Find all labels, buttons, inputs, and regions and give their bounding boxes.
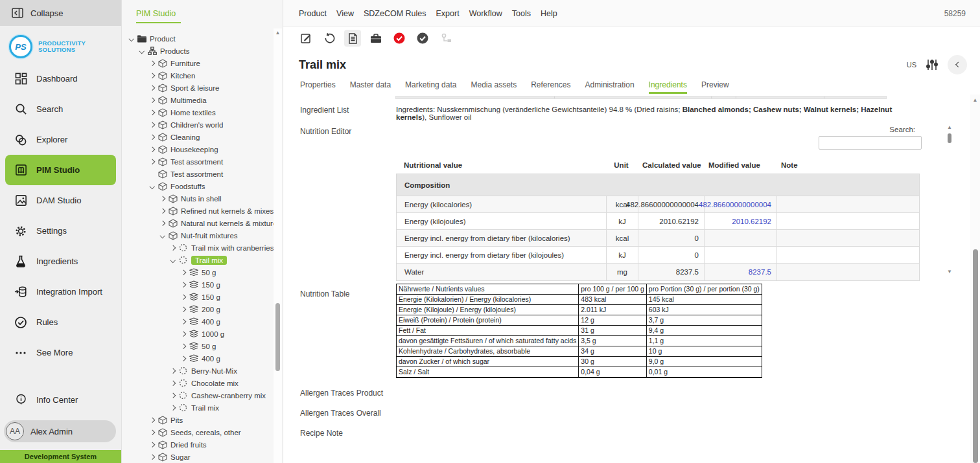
tree-node-chocolate-mix[interactable]: Chocolate mix bbox=[122, 377, 283, 389]
tree-scroll-up-icon[interactable]: ▲ bbox=[274, 30, 282, 36]
editor-scrollbar[interactable]: ▲ ▼ bbox=[946, 124, 953, 275]
cell-modified-value[interactable]: 2010.62192 bbox=[704, 213, 776, 229]
hierarchy-disabled-icon[interactable] bbox=[438, 30, 454, 47]
tree-expander[interactable] bbox=[179, 283, 188, 287]
tree-node-trail-mix[interactable]: Trail mix bbox=[122, 254, 283, 266]
tab-properties[interactable]: Properties bbox=[300, 80, 336, 92]
sidebar-item-see-more[interactable]: See More bbox=[0, 337, 121, 368]
tree-node-nut-fruit-mixtures[interactable]: Nut-fruit mixtures bbox=[122, 229, 283, 242]
sidebar-item-explorer[interactable]: Explorer bbox=[0, 124, 121, 155]
tab-master-data[interactable]: Master data bbox=[350, 80, 391, 92]
refresh-icon[interactable] bbox=[321, 30, 338, 47]
tree-node-50-g[interactable]: 50 g bbox=[122, 266, 283, 278]
tree-expander[interactable] bbox=[148, 431, 157, 435]
tree-expander[interactable] bbox=[137, 49, 146, 53]
sidebar-item-integration-import[interactable]: Integration Import bbox=[0, 277, 121, 307]
tree-expander[interactable] bbox=[148, 86, 157, 90]
tree-expander[interactable] bbox=[148, 160, 157, 164]
tree-node-sugar[interactable]: Sugar bbox=[122, 451, 283, 463]
sliders-icon[interactable] bbox=[926, 58, 939, 71]
sidebar-item-ingredients[interactable]: Ingredients bbox=[0, 246, 121, 277]
sidebar-item-dashboard[interactable]: Dashboard bbox=[0, 63, 121, 94]
tree-node-home-textiles[interactable]: Home textiles bbox=[122, 106, 283, 119]
tree-expander[interactable] bbox=[148, 185, 157, 188]
tree-node-dried-fruits[interactable]: Dried fruits bbox=[122, 438, 283, 451]
tree-expander[interactable] bbox=[127, 37, 136, 41]
approved-red-icon[interactable] bbox=[391, 30, 408, 47]
group-row-composition[interactable]: Composition bbox=[397, 174, 919, 196]
tree-expander[interactable] bbox=[179, 344, 188, 348]
sidebar-item-settings[interactable]: Settings bbox=[0, 216, 121, 246]
tree-expander[interactable] bbox=[158, 234, 167, 238]
locale-label[interactable]: US bbox=[907, 61, 916, 69]
tree-expander[interactable] bbox=[148, 443, 157, 447]
tree-expander[interactable] bbox=[169, 246, 178, 250]
tab-ingredients[interactable]: Ingredients bbox=[649, 80, 687, 94]
tree-expander[interactable] bbox=[179, 320, 188, 324]
menu-item-product[interactable]: Product bbox=[299, 9, 327, 18]
menu-item-tools[interactable]: Tools bbox=[512, 9, 531, 18]
tree-expander[interactable] bbox=[148, 62, 157, 65]
tree-node-cashew-cranberry-mix[interactable]: Cashew-cranberry mix bbox=[122, 389, 283, 401]
tree-node-foodstuffs[interactable]: Foodstuffs bbox=[122, 180, 283, 192]
tree-node-pits[interactable]: Pits bbox=[122, 414, 283, 426]
tree-expander[interactable] bbox=[169, 369, 178, 373]
cell-note[interactable] bbox=[776, 213, 919, 229]
tree-node-refined-nut-kernels-mixes[interactable]: Refined nut kernels & mixes bbox=[122, 205, 283, 217]
tree-expander[interactable] bbox=[148, 455, 157, 459]
tab-references[interactable]: References bbox=[531, 80, 570, 92]
tree-expander[interactable] bbox=[148, 74, 157, 78]
tree-node-berry-nut-mix[interactable]: Berry-Nut-Mix bbox=[122, 365, 283, 377]
tree-node-50-g[interactable]: 50 g bbox=[122, 340, 283, 352]
tree-expander[interactable] bbox=[148, 111, 157, 115]
menu-item-help[interactable]: Help bbox=[541, 9, 557, 18]
tree-node-kitchen[interactable]: Kitchen bbox=[122, 69, 283, 82]
tree-node-cleaning[interactable]: Cleaning bbox=[122, 131, 283, 143]
cell-note[interactable] bbox=[776, 196, 919, 212]
menu-item-workflow[interactable]: Workflow bbox=[469, 9, 502, 18]
tree-node-test-assortment[interactable]: Test assortment bbox=[122, 155, 283, 168]
tree-expander[interactable] bbox=[169, 258, 178, 262]
collapse-detail-button[interactable] bbox=[948, 55, 967, 74]
tree-node-trail-mix[interactable]: Trail mix bbox=[122, 401, 283, 414]
tree-node-housekeeping[interactable]: Housekeeping bbox=[122, 143, 283, 155]
page-scrollbar[interactable]: ▲ bbox=[970, 95, 980, 463]
tree-expander[interactable] bbox=[179, 271, 188, 275]
tree-expander[interactable] bbox=[179, 295, 188, 299]
menu-item-sdzecom-rules[interactable]: SDZeCOM Rules bbox=[364, 9, 426, 18]
tree-node-furniture[interactable]: Furniture bbox=[122, 57, 283, 69]
cell-modified-value[interactable]: 8237.5 bbox=[704, 264, 776, 280]
sidebar-item-pim-studio[interactable]: PIM Studio bbox=[5, 155, 116, 185]
cell-modified-value[interactable] bbox=[704, 230, 776, 246]
tab-administration[interactable]: Administration bbox=[585, 80, 635, 92]
sidebar-item-rules[interactable]: Rules bbox=[0, 307, 121, 337]
editor-scroll-thumb[interactable] bbox=[948, 133, 951, 143]
tree-expander[interactable] bbox=[179, 332, 188, 336]
tab-marketing-data[interactable]: Marketing data bbox=[405, 80, 456, 92]
tree-node-200-g[interactable]: 200 g bbox=[122, 303, 283, 315]
editor-scroll-up-icon[interactable]: ▲ bbox=[946, 124, 953, 130]
sidebar-item-search[interactable]: Search bbox=[0, 94, 121, 124]
tree-node-1000-g[interactable]: 1000 g bbox=[122, 328, 283, 340]
page-scroll-up-icon[interactable]: ▲ bbox=[970, 97, 980, 103]
tree-expander[interactable] bbox=[179, 357, 188, 361]
sidebar-item-dam-studio[interactable]: DAM Studio bbox=[0, 185, 121, 216]
tree-node-trail-mix-with-cranberries[interactable]: Trail mix with cranberries bbox=[122, 242, 283, 254]
tree-node-natural-nut-kernels-mixtures[interactable]: Natural nut kernels & mixtures bbox=[122, 217, 283, 229]
tree-node-products[interactable]: Products bbox=[122, 45, 283, 57]
tree-expander[interactable] bbox=[148, 98, 157, 102]
tree-node-sport-leisure[interactable]: Sport & leisure bbox=[122, 82, 283, 94]
tree-node-150-g[interactable]: 150 g bbox=[122, 278, 283, 291]
editor-scroll-down-icon[interactable]: ▼ bbox=[946, 269, 953, 275]
tree-scroll-thumb[interactable] bbox=[275, 303, 280, 371]
cell-modified-value[interactable]: 482.86600000000004 bbox=[704, 196, 776, 212]
tree-node-400-g[interactable]: 400 g bbox=[122, 352, 283, 365]
page-scroll-thumb[interactable] bbox=[973, 249, 978, 463]
tab-media-assets[interactable]: Media assets bbox=[471, 80, 517, 92]
tree-node-400-g[interactable]: 400 g bbox=[122, 315, 283, 328]
tree-scrollbar[interactable]: ▲ bbox=[274, 28, 282, 463]
tree-expander[interactable] bbox=[148, 123, 157, 127]
tree-node-product[interactable]: Product bbox=[122, 32, 283, 45]
tree-node-test-assortment[interactable]: Test assortment bbox=[122, 168, 283, 180]
tree-node-150-g[interactable]: 150 g bbox=[122, 291, 283, 303]
